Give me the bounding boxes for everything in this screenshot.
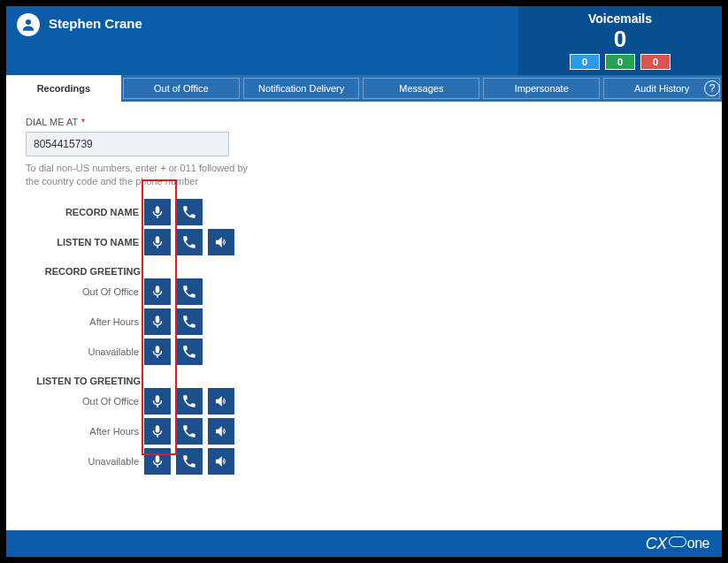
record-name-call-button[interactable] [176, 199, 203, 225]
record-greeting-unavailable-label: Unavailable [26, 346, 141, 357]
dial-me-at-label: DIAL ME AT [26, 117, 78, 127]
user-icon [20, 17, 36, 33]
listen-name-speaker-button[interactable] [208, 229, 234, 255]
required-indicator: * [81, 117, 85, 127]
voicemail-panel: Voicemails 0 0 0 0 [518, 6, 722, 75]
microphone-icon [149, 423, 165, 439]
record-greeting-unavailable-mic-button[interactable] [144, 339, 171, 365]
record-greeting-after-hours-label: After Hours [26, 316, 141, 327]
cloud-icon [669, 536, 686, 547]
listen-greeting-unavailable-speaker-button[interactable] [208, 448, 234, 475]
phone-icon [181, 393, 197, 409]
avatar [17, 13, 40, 36]
listen-greeting-ooo-speaker-button[interactable] [208, 388, 234, 415]
listen-greeting-unavailable-label: Unavailable [26, 456, 141, 467]
microphone-icon [149, 453, 165, 469]
record-greeting-after-hours-call-button[interactable] [176, 308, 203, 335]
phone-icon [181, 344, 197, 360]
phone-icon [181, 423, 197, 439]
record-greeting-ooo-call-button[interactable] [176, 278, 203, 305]
phone-icon [181, 234, 197, 250]
badge-deleted[interactable]: 0 [640, 54, 671, 70]
record-name-mic-button[interactable] [144, 199, 171, 225]
dial-me-at-input[interactable] [26, 132, 229, 156]
speaker-icon [213, 393, 229, 409]
footer: CXone [6, 530, 722, 557]
speaker-icon [213, 453, 229, 469]
voicemails-label: Voicemails [588, 11, 652, 26]
brand-cx: CX [646, 535, 667, 553]
listen-name-mic-button[interactable] [144, 229, 171, 255]
brand-one: one [687, 536, 709, 552]
brand-logo: CXone [646, 535, 709, 553]
listen-greeting-header: LISTEN TO GREETING [26, 376, 141, 386]
record-greeting-after-hours-mic-button[interactable] [144, 308, 171, 335]
tab-messages[interactable]: Messages [363, 78, 479, 99]
listen-greeting-after-hours-speaker-button[interactable] [208, 418, 234, 445]
listen-greeting-ooo-call-button[interactable] [176, 388, 203, 415]
phone-icon [181, 453, 197, 469]
tab-recordings[interactable]: Recordings [6, 75, 121, 102]
microphone-icon [149, 234, 165, 250]
record-greeting-unavailable-call-button[interactable] [176, 339, 203, 365]
record-greeting-ooo-mic-button[interactable] [144, 278, 171, 305]
phone-icon [181, 284, 197, 300]
user-name: Stephen Crane [49, 16, 142, 31]
microphone-icon [149, 284, 165, 300]
speaker-icon [213, 234, 229, 250]
badge-new[interactable]: 0 [570, 54, 600, 70]
record-name-label: RECORD NAME [26, 207, 141, 217]
tab-impersonate[interactable]: Impersonate [483, 78, 600, 99]
microphone-icon [149, 393, 165, 409]
tab-notification-delivery[interactable]: Notification Delivery [243, 78, 360, 99]
help-button[interactable]: ? [704, 80, 720, 96]
microphone-icon [149, 204, 165, 220]
badge-saved[interactable]: 0 [605, 54, 635, 70]
listen-name-call-button[interactable] [176, 229, 203, 255]
listen-name-label: LISTEN TO NAME [26, 237, 141, 247]
content-area: DIAL ME AT * To dial non-US numbers, ent… [6, 102, 722, 530]
speaker-icon [213, 423, 229, 439]
tab-bar: Recordings Out of Office Notification De… [6, 75, 722, 102]
listen-greeting-after-hours-label: After Hours [26, 426, 141, 437]
microphone-icon [149, 314, 165, 330]
record-greeting-header: RECORD GREETING [26, 266, 141, 277]
phone-icon [181, 314, 197, 330]
record-greeting-ooo-label: Out Of Office [26, 286, 141, 297]
microphone-icon [149, 344, 165, 360]
phone-icon [181, 204, 197, 220]
listen-greeting-ooo-label: Out Of Office [26, 396, 141, 407]
listen-greeting-after-hours-call-button[interactable] [176, 418, 203, 445]
listen-greeting-after-hours-mic-button[interactable] [144, 418, 171, 445]
svg-point-0 [26, 19, 31, 25]
listen-greeting-unavailable-mic-button[interactable] [144, 448, 171, 475]
listen-greeting-unavailable-call-button[interactable] [176, 448, 203, 475]
voicemails-count: 0 [614, 27, 626, 50]
tab-out-of-office[interactable]: Out of Office [123, 78, 240, 99]
header: Stephen Crane Voicemails 0 0 0 0 [6, 6, 722, 75]
dial-hint: To dial non-US numbers, enter + or 011 f… [26, 162, 256, 188]
listen-greeting-ooo-mic-button[interactable] [144, 388, 171, 415]
tab-audit-history[interactable]: Audit History [603, 78, 720, 99]
